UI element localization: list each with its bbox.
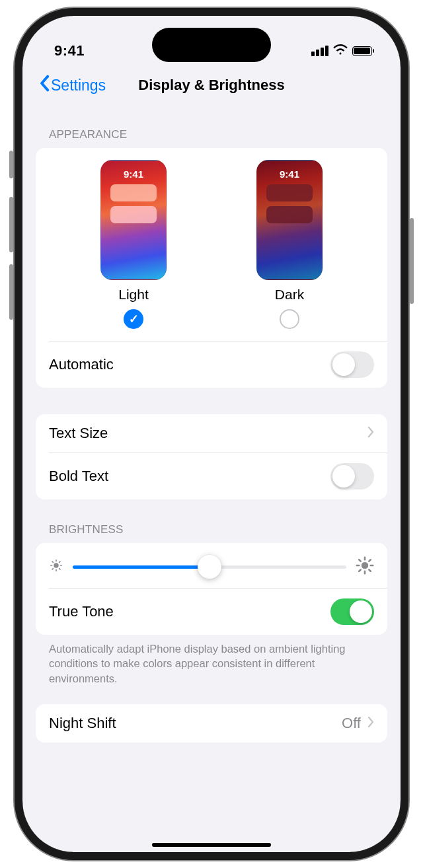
brightness-header: BRIGHTNESS [36, 499, 387, 543]
appearance-group: 9:41 Light 9:41 Dark [36, 148, 387, 388]
night-shift-value: Off [342, 715, 361, 732]
iphone-frame: 9:41 Settings Display & Brightness [15, 8, 408, 860]
dark-label: Dark [275, 287, 304, 303]
home-indicator[interactable] [152, 843, 271, 847]
appearance-option-dark[interactable]: 9:41 Dark [256, 160, 323, 329]
battery-icon [352, 46, 375, 56]
preview-time: 9:41 [257, 168, 322, 180]
svg-line-14 [359, 560, 360, 561]
automatic-label: Automatic [49, 356, 114, 373]
navigation-bar: Settings Display & Brightness [22, 69, 401, 104]
night-shift-group: Night Shift Off [36, 704, 387, 742]
text-group: Text Size Bold Text [36, 414, 387, 499]
true-tone-toggle[interactable] [330, 598, 374, 625]
slider-fill [73, 565, 210, 569]
sun-max-icon [356, 556, 374, 577]
back-label: Settings [51, 77, 106, 94]
dark-radio[interactable] [280, 309, 299, 329]
light-preview: 9:41 [100, 160, 167, 280]
light-label: Light [118, 287, 149, 303]
night-shift-label: Night Shift [49, 715, 116, 732]
back-button[interactable]: Settings [38, 75, 106, 96]
volume-up-button [9, 197, 13, 252]
brightness-slider[interactable] [73, 565, 346, 569]
power-button [410, 218, 414, 304]
text-size-row[interactable]: Text Size [36, 414, 387, 452]
bold-text-row: Bold Text [36, 453, 387, 499]
true-tone-label: True Tone [49, 603, 114, 620]
svg-point-9 [362, 562, 369, 569]
settings-scroll[interactable]: APPEARANCE 9:41 Light 9:41 [22, 104, 401, 742]
bold-text-toggle[interactable] [330, 463, 374, 489]
svg-line-17 [369, 560, 370, 561]
true-tone-row: True Tone [36, 589, 387, 635]
svg-line-8 [59, 561, 60, 562]
night-shift-row[interactable]: Night Shift Off [36, 704, 387, 742]
volume-down-button [9, 264, 13, 320]
svg-point-0 [54, 563, 58, 567]
wifi-icon [333, 44, 348, 57]
svg-line-16 [359, 569, 360, 571]
light-radio[interactable] [124, 309, 143, 329]
preview-time: 9:41 [101, 168, 166, 180]
svg-line-5 [52, 561, 53, 562]
brightness-group: True Tone [36, 543, 387, 635]
slider-thumb[interactable] [198, 555, 221, 579]
dynamic-island [152, 28, 271, 62]
dark-preview: 9:41 [256, 160, 323, 280]
appearance-option-light[interactable]: 9:41 Light [100, 160, 167, 329]
true-tone-description: Automatically adapt iPhone display based… [36, 635, 387, 686]
automatic-row: Automatic [36, 342, 387, 388]
silence-switch [9, 151, 13, 178]
cellular-icon [311, 46, 328, 56]
chevron-left-icon [38, 75, 50, 96]
chevron-right-icon [367, 716, 374, 731]
svg-line-7 [52, 569, 53, 569]
text-size-label: Text Size [49, 425, 108, 442]
screen: 9:41 Settings Display & Brightness [22, 16, 401, 852]
page-title: Display & Brightness [138, 77, 284, 94]
sun-min-icon [49, 558, 63, 575]
svg-line-6 [59, 569, 60, 569]
svg-line-15 [369, 569, 370, 571]
bold-text-label: Bold Text [49, 468, 108, 485]
appearance-header: APPEARANCE [36, 104, 387, 148]
chevron-right-icon [367, 426, 374, 441]
brightness-slider-row [36, 543, 387, 588]
status-time: 9:41 [54, 42, 85, 59]
automatic-toggle[interactable] [330, 351, 374, 378]
